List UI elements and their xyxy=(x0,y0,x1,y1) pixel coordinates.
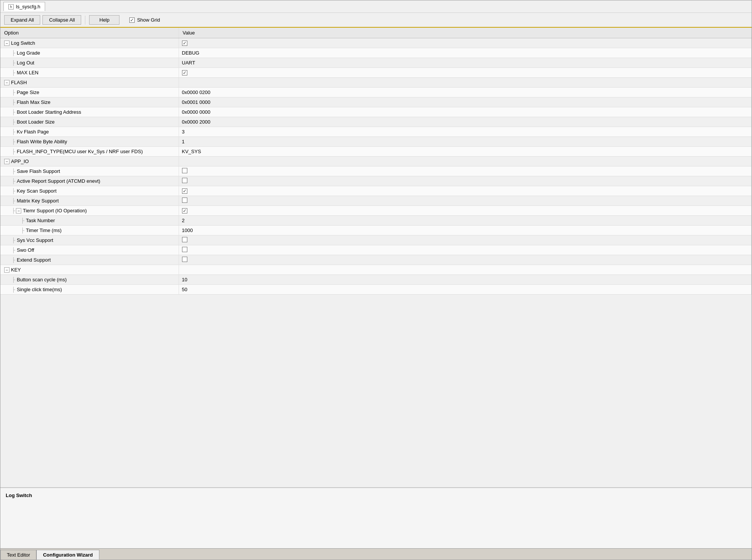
option-cell: ├Single click time(ms) xyxy=(0,285,179,295)
value-cell: 1000 xyxy=(179,226,752,235)
table-row[interactable]: ├Timer Time (ms)1000 xyxy=(0,226,752,235)
table-row[interactable]: ├Log GradeDEBUG xyxy=(0,48,752,58)
option-cell: ├Kv Flash Page xyxy=(0,127,179,137)
collapse-all-button[interactable]: Collapse All xyxy=(42,15,81,25)
table-row[interactable]: ├Log OutUART xyxy=(0,58,752,68)
checkbox[interactable] xyxy=(182,257,187,262)
checkbox[interactable] xyxy=(182,247,187,252)
checkbox[interactable] xyxy=(182,237,187,242)
checkbox[interactable] xyxy=(182,198,187,203)
table-row[interactable]: ├Single click time(ms)50 xyxy=(0,285,752,295)
toolbar: Expand All Collapse All Help ✓ Show Grid xyxy=(0,13,752,28)
value-cell[interactable] xyxy=(179,235,752,245)
value-cell: 50 xyxy=(179,285,752,295)
bottom-tabs: Text Editor Configuration Wizard xyxy=(0,548,752,560)
tree-connector: ├ xyxy=(12,149,15,154)
option-cell: ├Log Out xyxy=(0,58,179,68)
value-cell: 0x0000 2000 xyxy=(179,117,752,127)
value-cell: DEBUG xyxy=(179,48,752,58)
option-cell: −Log Switch xyxy=(0,38,179,48)
checkbox[interactable]: ✓ xyxy=(182,41,187,46)
show-grid-checkbox[interactable]: ✓ xyxy=(129,17,135,23)
show-grid-label: Show Grid xyxy=(137,17,160,23)
tree-connector: ├ xyxy=(21,227,24,233)
checkbox[interactable] xyxy=(182,168,187,173)
value-cell[interactable]: ✓ xyxy=(179,186,752,196)
checkbox[interactable]: ✓ xyxy=(182,70,187,75)
title-tab[interactable]: h ls_syscfg.h xyxy=(3,2,45,11)
expand-icon[interactable]: − xyxy=(4,267,9,273)
tab-config-wizard[interactable]: Configuration Wizard xyxy=(36,550,99,560)
value-cell[interactable] xyxy=(179,196,752,206)
tree-connector: ├ xyxy=(12,129,15,135)
table-row[interactable]: ├Boot Loader Starting Address0x0000 0000 xyxy=(0,107,752,117)
table-row[interactable]: ├Matrix Key Support xyxy=(0,196,752,206)
option-cell: ├Matrix Key Support xyxy=(0,196,179,206)
table-row[interactable]: −Log Switch✓ xyxy=(0,38,752,48)
table-row[interactable]: ├−Tiemr Support (IO Operation)✓ xyxy=(0,206,752,216)
value-cell: 1 xyxy=(179,137,752,147)
tree-connector: ├ xyxy=(12,89,15,95)
table-row[interactable]: ├MAX LEN✓ xyxy=(0,68,752,78)
grid-container[interactable]: Option Value −Log Switch✓├Log GradeDEBUG… xyxy=(0,28,752,488)
value-cell: 0x0000 0000 xyxy=(179,107,752,117)
tree-connector: ├ xyxy=(12,208,15,213)
table-row[interactable]: −FLASH xyxy=(0,78,752,88)
table-row[interactable]: ├Swo Off xyxy=(0,245,752,255)
table-row[interactable]: ├Kv Flash Page3 xyxy=(0,127,752,137)
expand-all-button[interactable]: Expand All xyxy=(4,15,40,25)
expand-icon[interactable]: − xyxy=(16,208,21,213)
value-cell: 0x0001 0000 xyxy=(179,97,752,107)
tree-connector: ├ xyxy=(12,99,15,105)
table-row[interactable]: ├Extend Support xyxy=(0,255,752,265)
table-row[interactable]: ├Task Number2 xyxy=(0,216,752,226)
value-cell[interactable]: ✓ xyxy=(179,38,752,48)
checkbox[interactable]: ✓ xyxy=(182,208,187,213)
option-cell: ├Log Grade xyxy=(0,48,179,58)
expand-icon[interactable]: − xyxy=(4,80,9,85)
value-cell[interactable] xyxy=(179,176,752,186)
tab-text-editor[interactable]: Text Editor xyxy=(0,550,36,560)
value-cell[interactable] xyxy=(179,166,752,176)
table-row[interactable]: ├Button scan cycle (ms)10 xyxy=(0,275,752,285)
expand-icon[interactable]: − xyxy=(4,41,9,46)
option-cell: ├Extend Support xyxy=(0,255,179,265)
table-row[interactable]: ├Active Report Support (ATCMD enevt) xyxy=(0,176,752,186)
value-cell[interactable] xyxy=(179,255,752,265)
table-row[interactable]: ├Flash Max Size0x0001 0000 xyxy=(0,97,752,107)
option-cell: ├Boot Loader Starting Address xyxy=(0,107,179,117)
option-cell: ├−Tiemr Support (IO Operation) xyxy=(0,206,179,216)
table-row[interactable]: ├Sys Vcc Support xyxy=(0,235,752,245)
value-cell xyxy=(179,265,752,275)
title-bar: h ls_syscfg.h xyxy=(0,0,752,13)
value-cell[interactable]: ✓ xyxy=(179,206,752,216)
tree-connector: ├ xyxy=(12,168,15,174)
table-row[interactable]: ├Page Size0x0000 0200 xyxy=(0,88,752,97)
value-cell: 2 xyxy=(179,216,752,226)
table-row[interactable]: −KEY xyxy=(0,265,752,275)
table-row[interactable]: −APP_IO xyxy=(0,157,752,166)
table-row[interactable]: ├FLASH_INFO_TYPE(MCU user Kv_Sys / NRF u… xyxy=(0,147,752,157)
table-row[interactable]: ├Key Scan Support✓ xyxy=(0,186,752,196)
value-cell[interactable]: ✓ xyxy=(179,68,752,78)
col-header-option: Option xyxy=(0,28,179,38)
value-cell: 0x0000 0200 xyxy=(179,88,752,97)
option-cell: ├Save Flash Support xyxy=(0,166,179,176)
option-cell: −KEY xyxy=(0,265,179,275)
option-cell: ├Key Scan Support xyxy=(0,186,179,196)
table-row[interactable]: ├Flash Write Byte Ability1 xyxy=(0,137,752,147)
tree-connector: ├ xyxy=(12,237,15,243)
option-cell: ├MAX LEN xyxy=(0,68,179,78)
option-cell: ├Flash Write Byte Ability xyxy=(0,137,179,147)
tree-connector: ├ xyxy=(12,139,15,144)
table-body: −Log Switch✓├Log GradeDEBUG├Log OutUART├… xyxy=(0,38,752,295)
checkbox[interactable]: ✓ xyxy=(182,188,187,194)
tree-connector: ├ xyxy=(12,50,15,56)
option-cell: ├Swo Off xyxy=(0,245,179,255)
value-cell[interactable] xyxy=(179,245,752,255)
help-button[interactable]: Help xyxy=(89,15,119,25)
table-row[interactable]: ├Boot Loader Size0x0000 2000 xyxy=(0,117,752,127)
expand-icon[interactable]: − xyxy=(4,159,9,164)
table-row[interactable]: ├Save Flash Support xyxy=(0,166,752,176)
checkbox[interactable] xyxy=(182,178,187,183)
